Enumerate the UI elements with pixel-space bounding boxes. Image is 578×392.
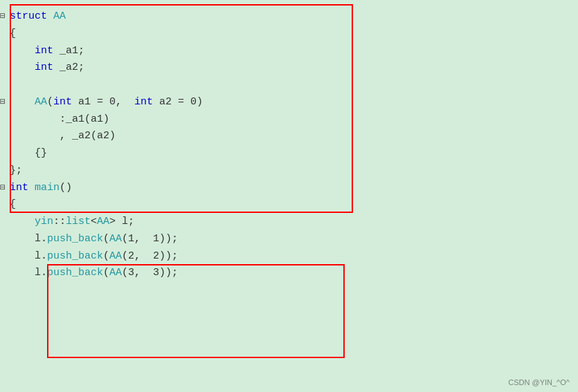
line-2: { [0, 28, 16, 39]
fold-1[interactable]: ⊟ [0, 9, 10, 24]
line-3: int _a1; [0, 45, 84, 57]
line-1: ⊟struct AA [0, 10, 66, 22]
fold-11[interactable]: ⊟ [0, 180, 10, 195]
line-10: }; [0, 165, 22, 176]
code-editor: ⊟struct AA { int _a1; int _a2; ⊟ AA(int … [0, 6, 578, 285]
line-12: { [0, 198, 16, 210]
line-8: , _a2(a2) [0, 130, 116, 142]
watermark: CSDN @YIN_^O^ [508, 378, 570, 386]
line-9: {} [0, 147, 47, 159]
line-14: l.push_back(AA(1, 1)); [0, 233, 178, 245]
line-13: yin::list<AA> l; [0, 216, 134, 227]
line-16: l.push_back(AA(3, 3)); [0, 267, 178, 279]
line-7: :_a1(a1) [0, 113, 109, 125]
line-11: ⊟int main() [0, 182, 72, 194]
line-15: l.push_back(AA(2, 2)); [0, 250, 178, 262]
editor-container: ⊟struct AA { int _a1; int _a2; ⊟ AA(int … [0, 0, 578, 392]
line-4: int _a2; [0, 62, 84, 73]
line-5 [0, 79, 10, 91]
fold-6[interactable]: ⊟ [0, 95, 10, 109]
line-6: ⊟ AA(int a1 = 0, int a2 = 0) [0, 96, 203, 108]
